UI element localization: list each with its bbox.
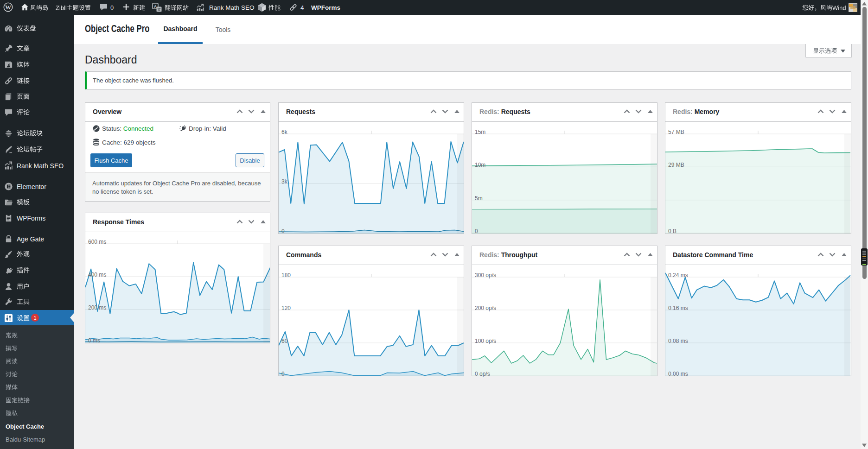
svg-text:W: W bbox=[5, 4, 11, 11]
